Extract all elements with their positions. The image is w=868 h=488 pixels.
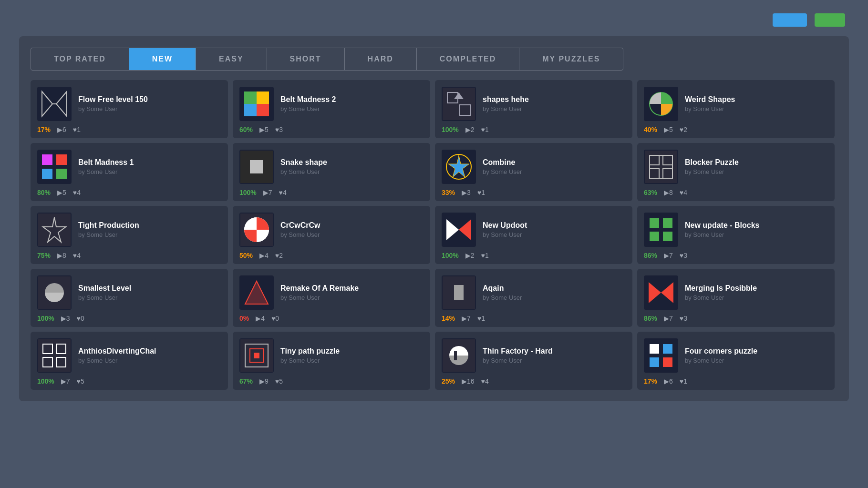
- stat-percentage: 100%: [442, 126, 459, 133]
- card-title: Belt Madness 2: [280, 95, 423, 104]
- puzzle-card[interactable]: Aqain by Some User 14% ▶7 ♥1: [435, 269, 632, 327]
- puzzle-card[interactable]: Smallest Level by Some User 100% ▶3 ♥0: [31, 269, 228, 327]
- card-icon: [239, 87, 274, 121]
- card-icon: [37, 213, 72, 247]
- puzzle-card[interactable]: Belt Madness 2 by Some User 60% ▶5 ♥3: [233, 80, 430, 138]
- svg-rect-60: [254, 353, 259, 358]
- card-stats: 40% ▶5 ♥2: [644, 124, 827, 133]
- puzzle-card[interactable]: Flow Free level 150 by Some User 17% ▶6 …: [31, 80, 228, 138]
- stat-percentage: 40%: [644, 126, 657, 133]
- puzzle-card[interactable]: CrCwCrCw by Some User 50% ▶4 ♥2: [233, 206, 430, 264]
- puzzle-card[interactable]: shapes hehe by Some User 100% ▶2 ♥1: [435, 80, 632, 138]
- stat-percentage: 100%: [37, 315, 54, 322]
- card-author: by Some User: [78, 294, 220, 301]
- card-icon: [37, 87, 72, 121]
- card-icon: [644, 213, 678, 247]
- card-author: by Some User: [280, 105, 423, 112]
- load-button[interactable]: [773, 13, 807, 27]
- tab-easy[interactable]: EASY: [196, 48, 267, 70]
- card-stats: 63% ▶8 ♥4: [644, 187, 827, 196]
- card-author: by Some User: [483, 357, 625, 364]
- puzzle-grid: Flow Free level 150 by Some User 17% ▶6 …: [31, 80, 837, 390]
- card-title: Smallest Level: [78, 284, 220, 293]
- puzzle-card[interactable]: Four corners puzzle by Some User 17% ▶6 …: [637, 332, 835, 390]
- stat-percentage: 25%: [442, 377, 455, 385]
- stat-likes: ♥4: [680, 189, 687, 196]
- stat-plays: ▶5: [259, 126, 269, 133]
- svg-rect-19: [56, 169, 67, 179]
- puzzle-card[interactable]: Merging Is Posibble by Some User 86% ▶7 …: [637, 269, 835, 327]
- card-icon: [37, 338, 72, 373]
- card-top: Flow Free level 150 by Some User: [37, 87, 220, 121]
- puzzle-card[interactable]: Tiny path puzzle by Some User 67% ▶9 ♥5: [233, 332, 430, 390]
- stat-likes: ♥2: [275, 252, 283, 259]
- svg-rect-8: [257, 104, 269, 116]
- card-stats: 86% ▶7 ♥3: [644, 250, 827, 259]
- card-top: Weird Shapes by Some User: [644, 87, 827, 121]
- card-info: Remake Of A Remake by Some User: [280, 284, 423, 301]
- puzzle-card[interactable]: Remake Of A Remake by Some User 0% ▶4 ♥0: [233, 269, 430, 327]
- card-stats: 33% ▶3 ♥1: [442, 187, 625, 196]
- stat-plays: ▶7: [664, 315, 673, 322]
- card-top: CrCwCrCw by Some User: [239, 213, 423, 247]
- card-info: Tiny path puzzle by Some User: [280, 347, 423, 364]
- tab-hard[interactable]: HARD: [345, 48, 417, 70]
- card-info: Aqain by Some User: [483, 284, 625, 301]
- tab-new[interactable]: NEW: [129, 48, 196, 70]
- stat-plays: ▶7: [61, 377, 70, 385]
- card-icon: [239, 150, 274, 184]
- stat-likes: ♥4: [279, 189, 287, 196]
- card-info: Weird Shapes by Some User: [685, 95, 827, 112]
- svg-rect-21: [250, 160, 263, 173]
- stat-plays: ▶2: [465, 126, 475, 133]
- stat-likes: ♥0: [271, 315, 279, 322]
- card-stats: 17% ▶6 ♥1: [644, 376, 827, 385]
- puzzle-card[interactable]: New update - Blocks by Some User 86% ▶7 …: [637, 206, 835, 264]
- puzzle-card[interactable]: Belt Madness 1 by Some User 80% ▶5 ♥4: [31, 143, 228, 201]
- card-title: Thin Factory - Hard: [483, 347, 625, 356]
- puzzle-card[interactable]: Blocker Puzzle by Some User 63% ▶8 ♥4: [637, 143, 835, 201]
- stat-percentage: 100%: [239, 189, 257, 196]
- card-icon: [37, 275, 72, 310]
- stat-plays: ▶9: [259, 377, 269, 385]
- card-icon: [239, 213, 274, 247]
- tabs-bar: TOP RATEDNEWEASYSHORTHARDCOMPLETEDMY PUZ…: [31, 48, 623, 71]
- puzzle-card[interactable]: Snake shape by Some User 100% ▶7 ♥4: [233, 143, 430, 201]
- tab-completed[interactable]: COMPLETED: [417, 48, 519, 70]
- card-stats: 100% ▶7 ♥5: [37, 376, 220, 385]
- card-title: Flow Free level 150: [78, 95, 220, 104]
- card-author: by Some User: [280, 231, 423, 238]
- stat-percentage: 63%: [644, 189, 657, 196]
- stat-likes: ♥1: [481, 126, 489, 133]
- card-author: by Some User: [685, 105, 827, 112]
- puzzle-card[interactable]: New Updoot by Some User 100% ▶2 ♥1: [435, 206, 632, 264]
- puzzle-card[interactable]: Thin Factory - Hard by Some User 25% ▶16…: [435, 332, 632, 390]
- card-title: shapes hehe: [483, 95, 625, 104]
- card-top: Belt Madness 1 by Some User: [37, 150, 220, 184]
- card-icon: [644, 87, 678, 121]
- puzzle-card[interactable]: Tight Production by Some User 75% ▶8 ♥4: [31, 206, 228, 264]
- card-stats: 60% ▶5 ♥3: [239, 124, 423, 133]
- card-author: by Some User: [78, 105, 220, 112]
- puzzle-card[interactable]: Combine by Some User 33% ▶3 ♥1: [435, 143, 632, 201]
- card-author: by Some User: [685, 357, 827, 364]
- tab-my-puzzles[interactable]: MY PUZZLES: [519, 48, 623, 70]
- card-info: Smallest Level by Some User: [78, 284, 220, 301]
- card-author: by Some User: [280, 357, 423, 364]
- card-icon: [239, 338, 274, 373]
- stat-percentage: 100%: [37, 377, 54, 385]
- tab-short[interactable]: SHORT: [267, 48, 345, 70]
- puzzle-card[interactable]: AnthiosDivertingChal by Some User 100% ▶…: [31, 332, 228, 390]
- puzzle-card[interactable]: Weird Shapes by Some User 40% ▶5 ♥2: [637, 80, 835, 138]
- stat-plays: ▶2: [465, 252, 475, 259]
- card-info: Tight Production by Some User: [78, 221, 220, 238]
- card-info: Belt Madness 1 by Some User: [78, 158, 220, 175]
- card-title: New update - Blocks: [685, 221, 827, 230]
- tab-top-rated[interactable]: TOP RATED: [31, 48, 129, 70]
- card-icon: [442, 87, 476, 121]
- svg-rect-39: [650, 218, 659, 228]
- card-stats: 100% ▶3 ♥0: [37, 313, 220, 322]
- stat-plays: ▶3: [61, 315, 70, 322]
- create-puzzle-button[interactable]: [815, 13, 845, 27]
- stat-plays: ▶8: [664, 189, 673, 196]
